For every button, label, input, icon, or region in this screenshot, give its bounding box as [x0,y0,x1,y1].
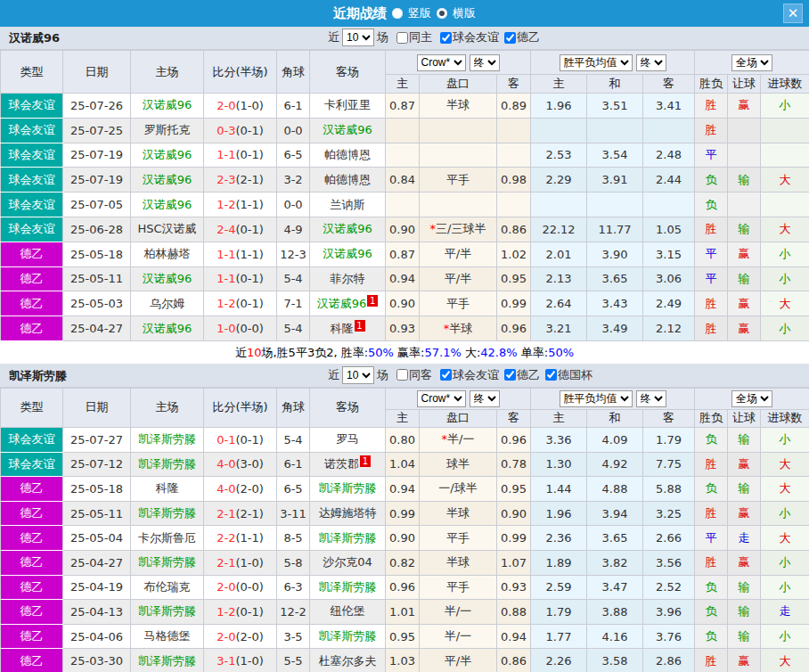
match-type-badge: 德乙 [1,477,63,502]
corners-cell: 6-1 [277,94,310,119]
col-header-home: 主场 [131,51,204,94]
away-team-cell[interactable]: 汉诺威96 [310,217,386,242]
home-team-cell[interactable]: 柏林赫塔 [131,242,204,266]
competition-filter-option[interactable]: 球会友谊 [435,29,499,45]
col-header-date: 日期 [63,51,131,94]
title-bar: 近期战绩 竖版 横版 ✕ [0,0,809,27]
result-handicap-cell: 输 [728,575,761,600]
home-team-cell[interactable]: 科隆 [131,477,204,502]
away-team-cell[interactable]: 兰讷斯 [310,193,386,217]
avg-final-select[interactable]: 终 [636,54,666,71]
away-team-cell[interactable]: 帕德博恩 [310,168,386,193]
competition-filter-label: 德乙 [517,367,540,383]
away-team-cell[interactable]: 汉诺威96 [310,242,386,266]
away-team-cell[interactable]: 达姆施塔特 [310,501,386,526]
home-team-cell[interactable]: 乌尔姆 [131,291,204,316]
home-team-cell[interactable]: 汉诺威96 [131,168,204,193]
home-team-cell[interactable]: 汉诺威96 [131,316,204,341]
competition-filter-checkbox[interactable] [504,32,516,44]
competition-filter-checkbox[interactable] [545,369,557,381]
fulltime-select[interactable]: 全场 [731,390,772,407]
away-team-cell[interactable]: 杜塞尔多夫 [310,649,386,672]
sub-header-handicap-result: 让球 [728,75,761,94]
team-name: 菲尔特 [331,272,365,285]
home-team-cell[interactable]: 凯泽斯劳滕 [131,550,204,575]
corners-cell: 7-1 [277,291,310,316]
home-team-cell[interactable]: 布伦瑞克 [131,575,204,600]
result-wdl-cell: 负 [695,477,728,502]
close-icon[interactable]: ✕ [783,4,803,23]
sub-header-odds-home: 主 [386,75,420,94]
competition-filter-checkbox[interactable] [504,369,516,381]
avg-final-select[interactable]: 终 [636,390,666,407]
competition-filter-option[interactable]: 德乙 [499,367,540,383]
col-header-away: 客场 [310,51,386,94]
team-name: 汉诺威96 [143,173,192,186]
away-team-cell[interactable]: 菲尔特 [310,266,386,291]
competition-filter-option[interactable]: 德乙 [499,29,540,45]
match-type-badge: 德乙 [1,649,63,672]
away-team-cell[interactable]: 罗马 [310,427,386,452]
layout-radio-horizontal[interactable] [437,8,447,19]
away-team-cell[interactable]: 凯泽斯劳滕 [310,575,386,600]
away-team-cell[interactable]: 诺茨郡1 [310,452,386,477]
home-team-cell[interactable]: 凯泽斯劳滕 [131,501,204,526]
competition-filter-option[interactable]: 球会友谊 [435,367,499,383]
away-team-cell[interactable]: 凯泽斯劳滕 [310,624,386,649]
match-type-badge: 德乙 [1,526,63,551]
home-team-cell[interactable]: 卡尔斯鲁厄 [131,526,204,551]
away-team-cell[interactable]: 纽伦堡 [310,600,386,625]
bookmaker-select[interactable]: Crow* [417,54,466,71]
competition-filter-checkbox[interactable] [440,369,452,381]
away-team-cell[interactable]: 卡利亚里 [310,94,386,119]
away-team-cell[interactable]: 汉诺威961 [310,291,386,316]
score-cell: 2-2(1-1) [204,526,277,551]
same-venue-checkbox[interactable] [396,32,408,44]
home-team-cell[interactable]: HSC汉诺威 [131,217,204,242]
odds-final-select[interactable]: 终 [470,390,500,407]
match-count-select[interactable]: 10 [342,29,374,46]
odds-home-cell: 0.95 [386,624,420,649]
avg-select[interactable]: 胜平负均值 [560,54,633,71]
home-team-cell[interactable]: 汉诺威96 [131,143,204,168]
score-cell: 4-0(3-0) [204,452,277,477]
home-team-cell[interactable]: 汉诺威96 [131,266,204,291]
away-team-cell[interactable]: 沙尔克04 [310,550,386,575]
competition-filter-option[interactable]: 德国杯 [540,367,592,383]
handicap-cell: *半球 [420,316,497,341]
same-venue-checkbox[interactable] [396,369,408,381]
away-team-cell[interactable]: 凯泽斯劳滕 [310,526,386,551]
layout-radio-vertical[interactable] [392,8,403,19]
sub-header-avg-draw: 和 [587,409,643,427]
match-count-select[interactable]: 10 [342,366,374,384]
away-team-cell[interactable]: 汉诺威96 [310,118,386,143]
same-venue-option[interactable]: 同客 [391,367,432,383]
card-badge: 1 [360,455,371,467]
away-team-cell[interactable]: 科隆1 [310,316,386,341]
avg-select[interactable]: 胜平负均值 [560,390,633,407]
home-team-cell[interactable]: 汉诺威96 [131,193,204,217]
same-venue-option[interactable]: 同主 [391,29,432,45]
team-name: 凯泽斯劳滕 [319,629,377,643]
avg-away-cell: 3.56 [643,550,695,575]
away-team-cell[interactable]: 帕德博恩 [310,143,386,168]
competition-filter-checkbox[interactable] [440,32,452,44]
odds-home-cell: 0.90 [386,217,420,242]
layout-radio-horizontal-label[interactable]: 横版 [453,5,476,21]
home-team-cell[interactable]: 凯泽斯劳滕 [131,600,204,625]
home-team-cell[interactable]: 凯泽斯劳滕 [131,427,204,452]
avg-draw-cell: 3.47 [587,575,643,600]
odds-final-select[interactable]: 终 [470,54,500,71]
match-date: 25-04-19 [63,575,131,600]
fulltime-select[interactable]: 全场 [731,54,772,71]
home-team-cell[interactable]: 汉诺威96 [131,94,204,119]
home-team-cell[interactable]: 马格德堡 [131,624,204,649]
score-cell: 1-2(0-1) [204,291,277,316]
layout-radio-vertical-label[interactable]: 竖版 [408,5,431,21]
home-team-cell[interactable]: 罗斯托克 [131,118,204,143]
home-team-cell[interactable]: 凯泽斯劳滕 [131,649,204,672]
home-team-cell[interactable]: 凯泽斯劳滕 [131,452,204,477]
bookmaker-select[interactable]: Crow* [417,390,466,407]
away-team-cell[interactable]: 凯泽斯劳滕 [310,477,386,502]
match-row: 球会友谊25-07-12凯泽斯劳滕4-0(3-0)6-1诺茨郡11.04球半0.… [1,452,809,477]
